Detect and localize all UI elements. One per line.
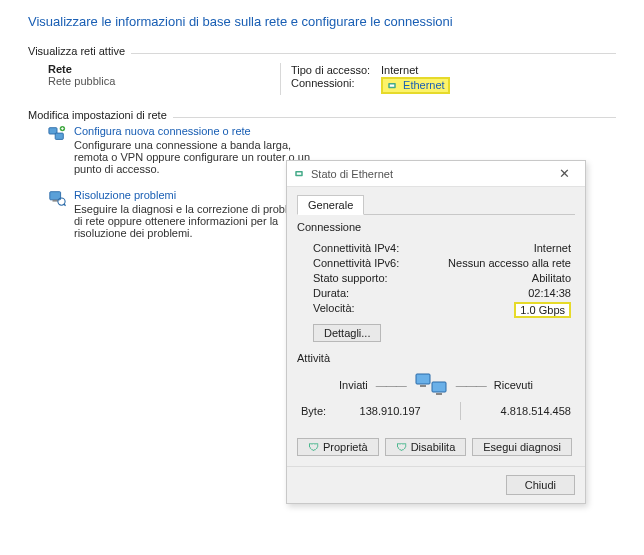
- nic-icon: [293, 168, 305, 180]
- close-button[interactable]: Chiudi: [506, 475, 575, 495]
- group-active-label: Visualizza reti attive: [28, 45, 131, 57]
- diagnose-button[interactable]: Esegui diagnosi: [472, 438, 572, 456]
- duration-value: 02:14:38: [528, 287, 571, 299]
- svg-rect-11: [416, 374, 430, 384]
- computers-icon: [414, 372, 448, 398]
- access-type-label: Tipo di accesso:: [291, 64, 381, 76]
- access-type-value: Internet: [381, 64, 418, 76]
- speed-value: 1.0 Gbps: [514, 302, 571, 318]
- tabstrip: Generale: [297, 195, 575, 215]
- new-connection-link[interactable]: Configura nuova connessione o rete: [74, 125, 314, 137]
- svg-rect-3: [55, 133, 63, 139]
- svg-rect-14: [436, 393, 442, 395]
- media-state-value: Abilitato: [532, 272, 571, 284]
- page-title: Visualizzare le informazioni di base sul…: [28, 14, 616, 29]
- shield-icon: 🛡: [308, 441, 319, 453]
- network-name: Rete: [48, 63, 280, 75]
- disable-button[interactable]: 🛡 Disabilita: [385, 438, 467, 456]
- ethernet-link[interactable]: Ethernet: [403, 79, 445, 91]
- received-label: Ricevuti: [494, 379, 533, 391]
- nic-icon: [386, 80, 398, 92]
- ipv6-value: Nessun accesso alla rete: [448, 257, 571, 269]
- bytes-label: Byte:: [301, 405, 326, 417]
- shield-icon: 🛡: [396, 441, 407, 453]
- activity-separator: [460, 402, 461, 420]
- svg-rect-12: [420, 385, 426, 387]
- svg-rect-13: [432, 382, 446, 392]
- svg-rect-6: [53, 200, 58, 202]
- svg-rect-1: [390, 85, 395, 87]
- section-activity-label: Attività: [297, 352, 335, 364]
- new-connection-desc: Configurare una connessione a banda larg…: [74, 139, 314, 175]
- details-button[interactable]: Dettagli...: [313, 324, 381, 342]
- connections-label: Connessioni:: [291, 77, 381, 94]
- activity-dashes: ———: [456, 379, 486, 391]
- troubleshoot-link[interactable]: Risoluzione problemi: [74, 189, 314, 201]
- group-active-networks: Visualizza reti attive Rete Rete pubblic…: [28, 45, 616, 95]
- ipv4-value: Internet: [534, 242, 571, 254]
- dialog-title: Stato di Ethernet: [311, 168, 549, 180]
- svg-line-8: [64, 204, 66, 206]
- close-icon[interactable]: ✕: [549, 166, 579, 181]
- ipv4-label: Connettività IPv4:: [313, 242, 399, 254]
- svg-rect-10: [297, 172, 302, 174]
- bytes-received-value: 4.818.514.458: [501, 405, 571, 417]
- activity-dashes: ———: [376, 379, 406, 391]
- tab-general[interactable]: Generale: [297, 195, 364, 215]
- ipv6-label: Connettività IPv6:: [313, 257, 399, 269]
- group-modify-label: Modifica impostazioni di rete: [28, 109, 173, 121]
- bytes-sent-value: 138.910.197: [360, 405, 421, 417]
- section-connection-label: Connessione: [297, 221, 366, 233]
- network-kind: Rete pubblica: [48, 75, 280, 87]
- ethernet-status-dialog: Stato di Ethernet ✕ Generale Connessione…: [286, 160, 586, 504]
- troubleshoot-icon: [48, 189, 68, 239]
- sent-label: Inviati: [339, 379, 368, 391]
- new-connection-icon: [48, 125, 68, 175]
- troubleshoot-desc: Eseguire la diagnosi e la correzione di …: [74, 203, 314, 239]
- speed-label: Velocità:: [313, 302, 355, 318]
- media-state-label: Stato supporto:: [313, 272, 388, 284]
- duration-label: Durata:: [313, 287, 349, 299]
- properties-button[interactable]: 🛡 Proprietà: [297, 438, 379, 456]
